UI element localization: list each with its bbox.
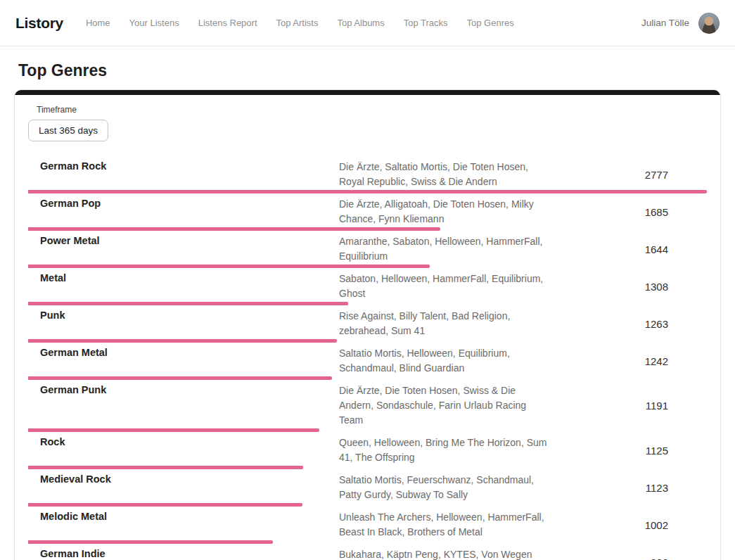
genre-count: 1644 [550,243,668,255]
genre-artists: Saltatio Mortis, Helloween, Equilibrium,… [339,346,550,376]
genre-artists: Die Ärzte, Die Toten Hosen, Swiss & Die … [339,383,550,428]
genre-artists: Bukahara, Käptn Peng, KYTES, Von Wegen L… [339,547,550,560]
top-nav-bar: Listory HomeYour ListensListens ReportTo… [0,0,735,46]
genre-row: German Pop Die Ärzte, Alligatoah, Die To… [28,193,707,231]
nav-link-top-genres[interactable]: Top Genres [467,18,514,28]
genre-count: 926 [550,556,668,560]
genre-count: 1685 [550,206,668,218]
genre-artists: Amaranthe, Sabaton, Helloween, HammerFal… [339,234,550,264]
genre-artists: Die Ärzte, Saltatio Mortis, Die Toten Ho… [339,160,550,189]
genre-row: Metal Sabaton, Helloween, HammerFall, Eq… [28,268,707,305]
genre-name: Power Metal [40,234,339,246]
genre-name: German Metal [40,346,339,358]
genre-count: 1123 [550,482,668,494]
genre-name: German Punk [40,383,339,395]
main-nav: HomeYour ListensListens ReportTop Artist… [86,18,641,28]
nav-link-top-artists[interactable]: Top Artists [276,18,319,28]
genre-name: German Pop [40,197,339,209]
genre-count: 1263 [550,318,668,330]
genre-name: Melodic Metal [40,510,339,522]
genre-artists: Rise Against, Billy Talent, Bad Religion… [339,309,550,338]
genre-row: German Indie Bukahara, Käptn Peng, KYTES… [28,544,707,560]
nav-link-top-albums[interactable]: Top Albums [337,18,384,28]
nav-link-listens-report[interactable]: Listens Report [198,18,257,28]
genre-row: German Metal Saltatio Mortis, Helloween,… [28,343,707,380]
genre-row: German Rock Die Ärzte, Saltatio Mortis, … [28,156,707,193]
genre-artists: Queen, Helloween, Bring Me The Horizon, … [339,435,550,465]
genre-row: Medieval Rock Saltatio Mortis, Feuerschw… [28,469,707,507]
genre-name: Rock [40,435,339,447]
genre-count: 1242 [550,355,668,367]
main-content: Top Genres Timeframe Last 365 days Germa… [0,61,735,560]
genre-name: Metal [40,272,339,284]
top-genres-card: Timeframe Last 365 days German Rock Die … [14,89,721,560]
card-body: Timeframe Last 365 days German Rock Die … [15,95,720,560]
genre-count: 1125 [550,445,668,457]
genre-name: German Rock [40,160,339,172]
genre-count: 1002 [550,519,668,531]
timeframe-label: Timeframe [37,105,707,115]
genre-artists: Sabaton, Helloween, HammerFall, Equilibr… [339,272,550,301]
genre-row: Rock Queen, Helloween, Bring Me The Hori… [28,432,707,469]
card-top-accent [15,90,720,95]
genre-artists: Unleash The Archers, Helloween, HammerFa… [339,510,550,540]
genre-row: Power Metal Amaranthe, Sabaton, Hellowee… [28,231,707,268]
timeframe-select[interactable]: Last 365 days [28,120,108,141]
genre-name: Medieval Rock [40,473,339,485]
genre-name: German Indie [40,547,339,559]
genre-count: 1308 [550,281,668,293]
nav-link-home[interactable]: Home [86,18,110,28]
genre-list: German Rock Die Ärzte, Saltatio Mortis, … [28,156,707,560]
genre-count: 1191 [550,400,668,412]
user-avatar[interactable] [698,13,720,34]
user-menu[interactable]: Julian Tölle [641,13,720,34]
user-name[interactable]: Julian Tölle [641,18,689,28]
genre-count: 2777 [550,169,668,181]
nav-link-top-tracks[interactable]: Top Tracks [404,18,448,28]
genre-artists: Die Ärzte, Alligatoah, Die Toten Hosen, … [339,197,550,227]
page-title: Top Genres [18,61,721,80]
genre-row: German Punk Die Ärzte, Die Toten Hosen, … [28,380,707,432]
app-logo[interactable]: Listory [15,15,63,32]
nav-link-your-listens[interactable]: Your Listens [129,18,179,28]
genre-row: Melodic Metal Unleash The Archers, Hello… [28,507,707,544]
genre-name: Punk [40,309,339,321]
genre-artists: Saltatio Mortis, Feuerschwanz, Schandmau… [339,473,550,502]
genre-row: Punk Rise Against, Billy Talent, Bad Rel… [28,305,707,343]
